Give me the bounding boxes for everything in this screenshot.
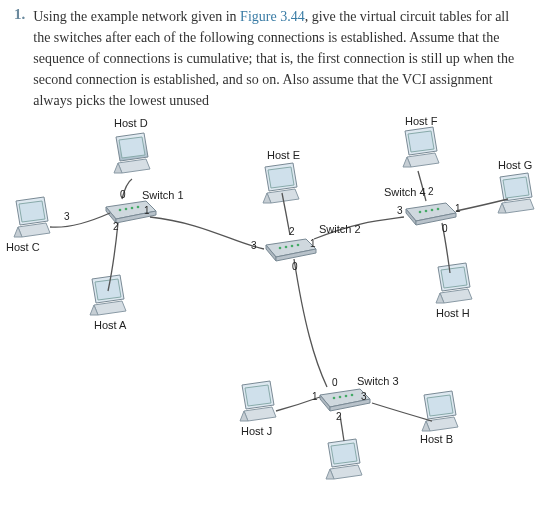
s1-port-1: 1: [144, 205, 150, 216]
host-b-label: Host B: [420, 433, 453, 445]
switch-3-label: Switch 3: [357, 375, 399, 387]
s4-port-3: 3: [397, 205, 403, 216]
switch-2-label: Switch 2: [319, 223, 361, 235]
network-diagram: Host D Host C Host A Host E Host F Host …: [14, 123, 524, 483]
host-j-label: Host J: [241, 425, 272, 437]
s1-port-3: 3: [64, 211, 70, 222]
s3-port-0: 0: [332, 377, 338, 388]
host-f-label: Host F: [405, 115, 437, 127]
s1-port-2: 2: [113, 221, 119, 232]
host-c-label: Host C: [6, 241, 40, 253]
host-e-label: Host E: [267, 149, 300, 161]
s2-port-2: 2: [289, 226, 295, 237]
switch-4-label: Switch 4: [384, 186, 426, 198]
s2-port-1: 1: [310, 238, 316, 249]
host-a-label: Host A: [94, 319, 126, 331]
switch-1-label: Switch 1: [142, 189, 184, 201]
question-text: Using the example network given in Figur…: [33, 6, 525, 111]
host-h-label: Host H: [436, 307, 470, 319]
q-text-before: Using the example network given in: [33, 9, 240, 24]
question-number: 1.: [14, 6, 25, 111]
s4-port-2: 2: [428, 186, 434, 197]
figure-reference: Figure 3.44: [240, 9, 305, 24]
question-block: 1. Using the example network given in Fi…: [14, 6, 525, 111]
s2-port-0: 0: [292, 261, 298, 272]
host-d-label: Host D: [114, 117, 148, 129]
s3-port-3: 3: [361, 391, 367, 402]
host-g-label: Host G: [498, 159, 532, 171]
s3-port-1: 1: [312, 391, 318, 402]
s4-port-1: 1: [455, 203, 461, 214]
s4-port-0: 0: [442, 223, 448, 234]
s1-port-0: 0: [120, 189, 126, 200]
s2-port-3: 3: [251, 240, 257, 251]
s3-port-2: 2: [336, 411, 342, 422]
